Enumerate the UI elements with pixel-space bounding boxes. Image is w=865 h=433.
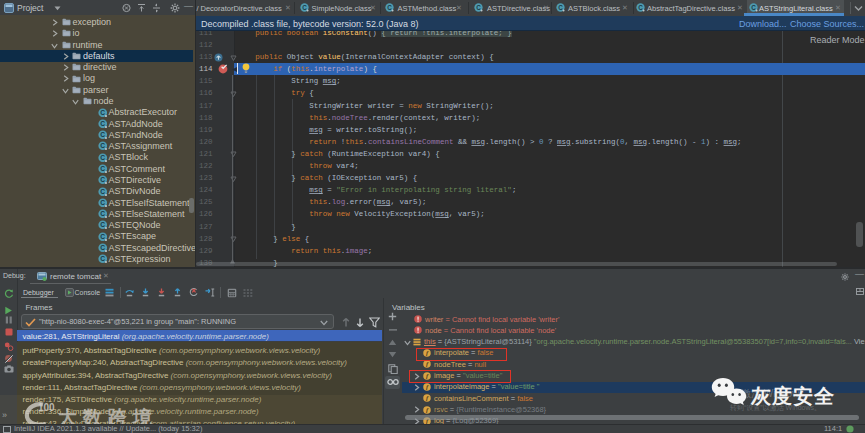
svg-text:C: C bbox=[638, 4, 643, 11]
svg-text:C: C bbox=[100, 255, 105, 262]
svg-text:100: 100 bbox=[38, 402, 55, 413]
svg-text:C: C bbox=[476, 4, 481, 11]
svg-text:C: C bbox=[558, 4, 563, 11]
svg-text:C: C bbox=[100, 120, 105, 127]
svg-text:C: C bbox=[387, 4, 392, 11]
svg-text:C: C bbox=[100, 233, 105, 240]
svg-text:C: C bbox=[100, 244, 105, 251]
svg-text:C: C bbox=[100, 176, 105, 183]
svg-text:C: C bbox=[751, 4, 756, 11]
svg-text:C: C bbox=[100, 109, 105, 116]
svg-text:C: C bbox=[100, 165, 105, 172]
svg-text:C: C bbox=[100, 199, 105, 206]
svg-text:C: C bbox=[302, 4, 307, 11]
svg-text:C: C bbox=[100, 210, 105, 217]
svg-text:C: C bbox=[100, 154, 105, 161]
svg-text:C: C bbox=[100, 222, 105, 229]
svg-text:C: C bbox=[100, 188, 105, 195]
svg-text:C: C bbox=[100, 131, 105, 138]
svg-text:C: C bbox=[100, 143, 105, 150]
